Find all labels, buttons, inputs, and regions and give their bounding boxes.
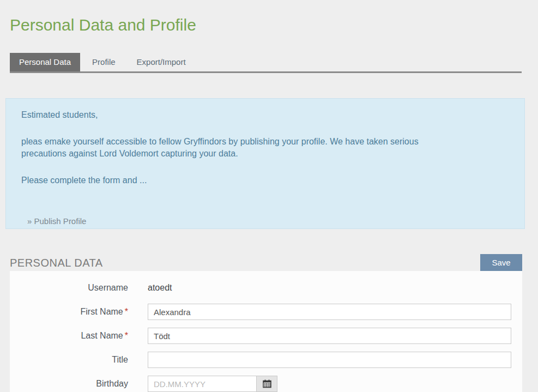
first-name-input[interactable] (148, 304, 511, 320)
title-row: Title (10, 352, 522, 368)
save-button[interactable]: Save (480, 254, 522, 271)
username-label: Username (10, 283, 128, 293)
tab-bar: Personal Data Profile Export/Import (10, 53, 522, 73)
publish-profile-link[interactable]: » Publish Profile (27, 215, 86, 227)
username-value: atoedt (148, 283, 172, 293)
calendar-icon (263, 379, 271, 388)
info-banner: Estimated students, pleas emake yourself… (5, 98, 525, 229)
birthday-row: Birthday (10, 376, 522, 392)
birthday-label: Birthday (10, 379, 128, 389)
username-row: Username atoedt (10, 280, 522, 296)
title-label: Title (10, 355, 128, 365)
info-greeting: Estimated students, (21, 109, 509, 121)
title-input[interactable] (148, 352, 511, 368)
calendar-picker-button[interactable] (257, 376, 277, 392)
tab-personal-data[interactable]: Personal Data (10, 53, 80, 71)
personal-data-form: Username atoedt First Name* Last Name* T… (10, 271, 522, 392)
required-asterisk: * (125, 331, 128, 340)
last-name-input[interactable] (148, 328, 511, 344)
section-title: PERSONAL DATA (10, 257, 103, 269)
info-closing: Please complete the form and ... (21, 174, 509, 186)
info-body: pleas emake yourself accessible to fello… (21, 136, 509, 160)
last-name-label-text: Last Name (81, 331, 123, 340)
birthday-input[interactable] (148, 376, 257, 392)
first-name-label-text: First Name (81, 307, 123, 316)
first-name-label: First Name* (10, 307, 128, 317)
page-title: Personal Data and Profile (10, 15, 538, 35)
section-header: PERSONAL DATA Save (10, 254, 522, 271)
last-name-row: Last Name* (10, 328, 522, 344)
last-name-label: Last Name* (10, 331, 128, 341)
tab-profile[interactable]: Profile (83, 53, 125, 71)
first-name-row: First Name* (10, 304, 522, 320)
tab-export-import[interactable]: Export/Import (128, 53, 195, 71)
required-asterisk: * (125, 307, 128, 316)
